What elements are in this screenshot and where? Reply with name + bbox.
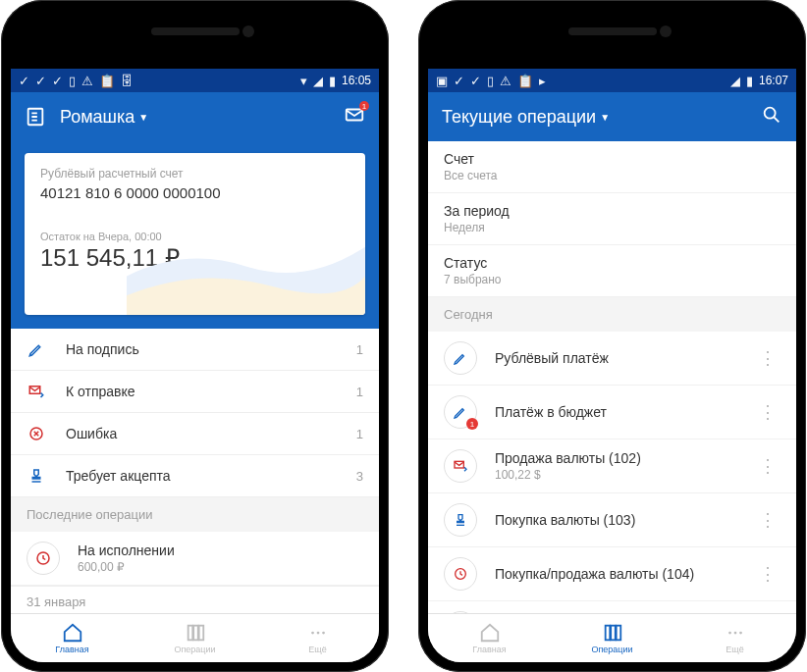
play-icon: ▸ <box>539 74 546 88</box>
nav-label: Главная <box>472 645 506 654</box>
svg-point-26 <box>728 632 731 635</box>
balance-card[interactable]: Рублёвый расчетный счет 40121 810 6 0000… <box>25 153 365 315</box>
stamp-icon <box>27 467 46 485</box>
toolbar: Текущие операции ▼ <box>428 92 796 141</box>
books-icon <box>185 622 206 644</box>
chevron-down-icon: ▼ <box>600 112 610 123</box>
svg-rect-24 <box>611 626 616 641</box>
nav-more[interactable]: Ещё <box>673 614 796 662</box>
row-accept[interactable]: Требует акцепта 3 <box>11 455 379 497</box>
more-icon[interactable]: ⋮ <box>755 455 780 477</box>
more-icon[interactable]: ⋮ <box>755 347 780 369</box>
op-title: Платёж в бюджет <box>495 404 737 420</box>
svg-point-16 <box>322 632 325 635</box>
company-icon[interactable] <box>25 106 46 128</box>
op-title: Продажа валюты (102) <box>495 450 737 466</box>
recent-op-row[interactable]: На исполнении 600,00 ₽ <box>11 532 379 586</box>
clipboard-icon: 📋 <box>517 74 533 88</box>
filter-period[interactable]: За период Неделя <box>428 193 796 245</box>
nav-home[interactable]: Главная <box>11 614 134 662</box>
mail-send-icon <box>444 449 477 483</box>
phone-camera <box>660 26 672 37</box>
warning-icon: ⚠ <box>81 74 93 88</box>
briefcase-icon: 🗄 <box>121 74 134 88</box>
row-error[interactable]: Ошибка 1 <box>11 413 379 455</box>
filter-value: Неделя <box>444 221 780 234</box>
stamp-icon <box>444 503 477 537</box>
pen-icon <box>27 340 46 358</box>
more-icon[interactable]: ⋮ <box>755 563 780 585</box>
row-count: 1 <box>356 342 363 357</box>
nav-ops[interactable]: Операции <box>134 614 256 662</box>
nav-more[interactable]: Ещё <box>256 614 379 662</box>
svg-point-15 <box>316 632 319 635</box>
nav-label: Операции <box>174 645 215 654</box>
home-icon <box>479 622 501 644</box>
account-number: 40121 810 6 0000 0000100 <box>40 184 350 201</box>
filter-value: 7 выбрано <box>444 273 780 286</box>
nav-ops[interactable]: Операции <box>551 614 673 662</box>
svg-point-17 <box>765 108 776 119</box>
mail-send-icon <box>27 383 46 400</box>
op-row[interactable]: Продажа валюты (102) 100,22 $ ⋮ <box>428 439 796 493</box>
clock-icon <box>444 557 477 591</box>
more-icon[interactable]: ⋮ <box>755 509 780 531</box>
device-icon: ▯ <box>487 74 494 88</box>
card-area: Рублёвый расчетный счет 40121 810 6 0000… <box>11 141 379 329</box>
row-count: 1 <box>356 385 363 399</box>
toolbar-title-dropdown[interactable]: Текущие операции ▼ <box>442 107 747 128</box>
signal-icon: ◢ <box>730 74 740 88</box>
op-sub: 100,22 $ <box>495 468 737 482</box>
search-button[interactable] <box>761 104 782 129</box>
svg-point-28 <box>739 632 742 635</box>
row-count: 3 <box>356 469 363 484</box>
check-icon: ✓ <box>454 74 464 88</box>
status-bar: ✓ ✓ ✓ ▯ ⚠ 📋 🗄 ▾ ◢ ▮ 16:05 <box>11 69 379 92</box>
op-sub: 600,00 ₽ <box>78 560 363 574</box>
device-icon: ▯ <box>69 74 76 88</box>
nav-home[interactable]: Главная <box>428 614 551 662</box>
books-icon <box>602 622 623 644</box>
mail-button[interactable]: 1 <box>344 104 365 129</box>
filter-label: За период <box>444 203 780 219</box>
phone-speaker <box>151 27 240 35</box>
dots-icon <box>725 622 746 644</box>
status-time: 16:07 <box>759 74 788 87</box>
pen-icon <box>444 341 477 375</box>
row-sign[interactable]: На подпись 1 <box>11 329 379 371</box>
section-recent-header: Последние операции <box>11 497 379 532</box>
svg-rect-11 <box>188 626 192 641</box>
svg-rect-12 <box>193 626 198 641</box>
check-icon: ✓ <box>52 74 63 88</box>
op-row[interactable]: 1 Платёж в бюджет ⋮ <box>428 386 796 439</box>
phone-speaker <box>568 27 657 35</box>
phone-frame-1: ✓ ✓ ✓ ▯ ⚠ 📋 🗄 ▾ ◢ ▮ 16:05 <box>1 0 389 672</box>
op-row[interactable]: Покупка/продажа валюты (104) ⋮ <box>428 547 796 601</box>
status-bar: ▣ ✓ ✓ ▯ ⚠ 📋 ▸ ◢ ▮ 16:07 <box>428 69 796 92</box>
toolbar-title-dropdown[interactable]: Ромашка ▼ <box>60 107 330 128</box>
pen-icon: 1 <box>444 395 477 429</box>
nav-label: Операции <box>591 645 632 654</box>
home-icon <box>62 622 83 644</box>
check-icon: ✓ <box>35 74 46 88</box>
clipboard-icon: 📋 <box>99 74 115 88</box>
clock-icon <box>27 542 60 575</box>
svg-point-27 <box>733 632 736 635</box>
signal-icon: ◢ <box>313 74 323 88</box>
svg-point-14 <box>311 632 314 635</box>
more-icon[interactable]: ⋮ <box>755 401 780 423</box>
row-count: 1 <box>356 427 363 441</box>
filter-status[interactable]: Статус 7 выбрано <box>428 245 796 297</box>
wifi-icon: ▾ <box>300 74 307 88</box>
op-title: Покупка/продажа валюты (104) <box>495 566 737 582</box>
row-send[interactable]: К отправке 1 <box>11 371 379 413</box>
op-row[interactable]: Покупка валюты (103) ⋮ <box>428 493 796 547</box>
status-time: 16:05 <box>342 74 371 87</box>
op-row[interactable]: Обязательная продажа валютной вы… ⋮ <box>428 601 796 613</box>
op-row[interactable]: Рублёвый платёж ⋮ <box>428 332 796 386</box>
chevron-down-icon: ▼ <box>138 112 148 123</box>
filter-account[interactable]: Счет Все счета <box>428 141 796 193</box>
op-title: На исполнении <box>78 543 363 558</box>
mail-badge: 1 <box>359 101 369 111</box>
bottom-nav: Главная Операции Ещё <box>11 613 379 662</box>
